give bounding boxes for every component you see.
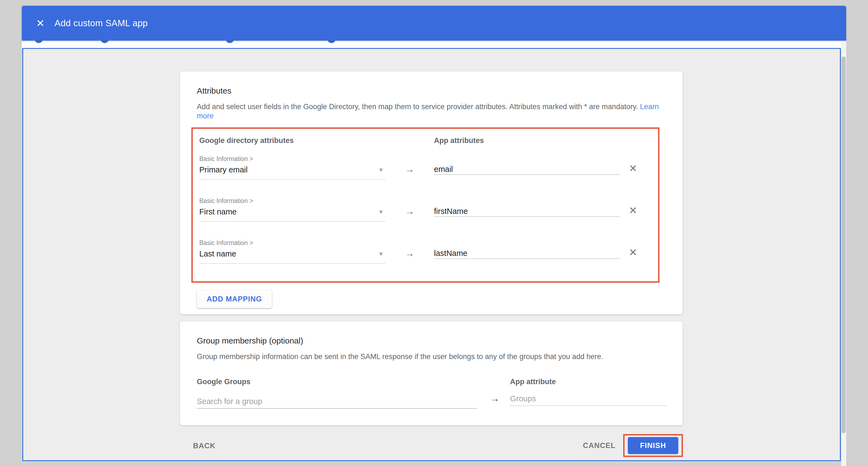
finish-button-label: FINISH bbox=[640, 441, 666, 450]
chevron-down-icon: ▼ bbox=[378, 209, 384, 215]
remove-mapping-button[interactable]: ✕ bbox=[626, 162, 640, 175]
scrollbar-track[interactable] bbox=[841, 41, 846, 466]
header-underlay-strip bbox=[22, 41, 846, 48]
attributes-description-text: Add and select user fields in the Google… bbox=[197, 103, 638, 111]
mapping-column-headers: Google directory attributes App attribut… bbox=[199, 136, 652, 145]
arrow-right-icon: → bbox=[385, 248, 434, 258]
app-attribute-header: App attribute bbox=[510, 377, 666, 386]
attribute-category-label: Basic Information > bbox=[199, 239, 385, 247]
mapping-row: Basic Information > Last name ▼ → ✕ bbox=[199, 239, 652, 264]
app-attribute-input-last-name[interactable] bbox=[434, 248, 620, 259]
group-card-title: Group membership (optional) bbox=[197, 321, 666, 346]
attributes-card: Attributes Add and select user fields in… bbox=[180, 71, 683, 314]
arrow-right-icon: → bbox=[385, 164, 434, 174]
attribute-category-label: Basic Information > bbox=[199, 197, 385, 205]
group-card-description: Group membership information can be sent… bbox=[197, 352, 666, 361]
selected-attribute-label: First name bbox=[199, 207, 237, 216]
finish-button[interactable]: FINISH bbox=[628, 437, 678, 454]
group-column-headers: Google Groups App attribute bbox=[197, 377, 666, 386]
remove-icon: ✕ bbox=[629, 164, 637, 174]
group-app-attribute-field bbox=[510, 392, 666, 406]
attributes-card-description: Add and select user fields in the Google… bbox=[197, 102, 666, 121]
add-mapping-button[interactable]: ADD MAPPING bbox=[197, 290, 272, 308]
google-groups-header: Google Groups bbox=[197, 377, 510, 386]
directory-attribute-select-primary-email[interactable]: Basic Information > Primary email ▼ bbox=[199, 155, 385, 180]
app-attribute-input-first-name[interactable] bbox=[434, 206, 620, 217]
footer-actions: BACK CANCEL FINISH bbox=[23, 434, 840, 459]
google-directory-attributes-header: Google directory attributes bbox=[199, 136, 434, 145]
annotation-box-attributes: Google directory attributes App attribut… bbox=[191, 127, 659, 283]
arrow-right-icon: → bbox=[485, 393, 504, 404]
dialog-title: Add custom SAML app bbox=[55, 18, 148, 28]
attributes-card-title: Attributes bbox=[197, 71, 666, 96]
directory-attribute-select-first-name[interactable]: Basic Information > First name ▼ bbox=[199, 197, 385, 222]
close-icon: ✕ bbox=[36, 18, 44, 28]
back-button[interactable]: BACK bbox=[190, 438, 218, 454]
group-membership-card: Group membership (optional) Group member… bbox=[180, 321, 683, 425]
attribute-category-label: Basic Information > bbox=[199, 155, 385, 163]
chevron-down-icon: ▼ bbox=[378, 251, 384, 257]
remove-mapping-button[interactable]: ✕ bbox=[626, 246, 640, 259]
remove-icon: ✕ bbox=[629, 205, 637, 215]
remove-mapping-button[interactable]: ✕ bbox=[626, 204, 640, 217]
content-frame: Attributes Add and select user fields in… bbox=[22, 48, 841, 461]
arrow-right-icon: → bbox=[385, 206, 434, 216]
selected-attribute-label: Primary email bbox=[199, 165, 248, 174]
group-app-attribute-input[interactable] bbox=[510, 392, 666, 406]
mapping-row: Basic Information > First name ▼ → ✕ bbox=[199, 197, 652, 222]
group-search-field bbox=[197, 395, 477, 409]
app-attribute-input-email[interactable] bbox=[434, 164, 620, 175]
scrollbar-thumb[interactable] bbox=[842, 56, 846, 433]
chevron-down-icon: ▼ bbox=[378, 167, 384, 173]
directory-attribute-select-last-name[interactable]: Basic Information > Last name ▼ bbox=[199, 239, 385, 264]
remove-icon: ✕ bbox=[629, 247, 637, 258]
app-attributes-header: App attributes bbox=[434, 136, 620, 145]
close-button[interactable]: ✕ bbox=[34, 17, 47, 30]
page-background: ✕ Add custom SAML app Attributes Add and… bbox=[0, 0, 868, 466]
annotation-box-finish: FINISH bbox=[623, 434, 683, 457]
mapping-row: Basic Information > Primary email ▼ → ✕ bbox=[199, 155, 652, 180]
cancel-button[interactable]: CANCEL bbox=[580, 438, 618, 453]
group-search-input[interactable] bbox=[197, 395, 477, 409]
dialog-header: ✕ Add custom SAML app bbox=[22, 6, 846, 41]
selected-attribute-label: Last name bbox=[199, 250, 236, 258]
add-mapping-label: ADD MAPPING bbox=[207, 295, 262, 303]
